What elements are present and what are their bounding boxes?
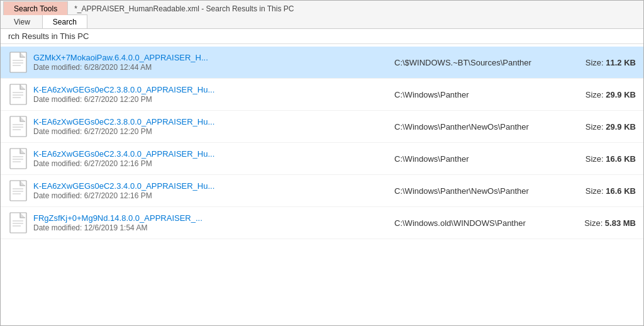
- file-size: Size: 29.9 KB: [560, 90, 636, 99]
- window-title: *_APPRAISER_HumanReadable.xml - Search R…: [74, 4, 294, 13]
- file-info: K-EA6zXwGEGs0eC2.3.8.0.0_APPRAISER_Hu...…: [33, 117, 384, 136]
- svg-rect-8: [10, 116, 26, 137]
- file-icon: [8, 147, 28, 171]
- table-row[interactable]: K-EA6zXwGEGs0eC2.3.8.0.0_APPRAISER_Hu...…: [1, 111, 643, 143]
- file-name[interactable]: FRgZsfKj+0+Mg9Nd.14.8.0.0_APPRAISER_...: [33, 213, 260, 223]
- file-date: Date modified: 6/27/2020 12:16 PM: [33, 191, 152, 200]
- file-name[interactable]: K-EA6zXwGEGs0eC2.3.8.0.0_APPRAISER_Hu...: [33, 117, 260, 126]
- file-info: K-EA6zXwGEGs0eC2.3.4.0.0_APPRAISER_Hu...…: [33, 149, 384, 168]
- file-info: K-EA6zXwGEGs0eC2.3.8.0.0_APPRAISER_Hu...…: [33, 85, 384, 104]
- file-date: Date modified: 6/27/2020 12:16 PM: [33, 159, 152, 168]
- ribbon: Search Tools *_APPRAISER_HumanReadable.x…: [1, 1, 643, 29]
- sub-tab-row: View Search: [1, 14, 643, 28]
- file-name[interactable]: GZMkX+7MokaoiPaw.6.4.0.0_APPRAISER_H...: [33, 53, 260, 62]
- svg-rect-4: [10, 84, 26, 104]
- table-row[interactable]: K-EA6zXwGEGs0eC2.3.8.0.0_APPRAISER_Hu...…: [1, 79, 643, 111]
- svg-rect-16: [10, 181, 26, 201]
- tab-search[interactable]: Search: [42, 14, 87, 28]
- file-path: C:\Windows\Panther: [384, 90, 560, 99]
- svg-rect-12: [10, 149, 26, 169]
- file-icon: [8, 211, 28, 235]
- file-name[interactable]: K-EA6zXwGEGs0eC2.3.8.0.0_APPRAISER_Hu...: [33, 85, 260, 94]
- file-size: Size: 16.6 KB: [560, 154, 636, 164]
- file-path: C:\Windows\Panther\NewOs\Panther: [384, 186, 560, 196]
- file-size: Size: 16.6 KB: [560, 186, 636, 196]
- file-info: GZMkX+7MokaoiPaw.6.4.0.0_APPRAISER_H... …: [33, 53, 384, 72]
- file-icon: [8, 50, 28, 74]
- file-size: Size: 11.2 KB: [560, 58, 636, 67]
- breadcrumb: rch Results in This PC: [1, 29, 643, 44]
- table-row[interactable]: K-EA6zXwGEGs0eC2.3.4.0.0_APPRAISER_Hu...…: [1, 143, 643, 175]
- file-date: Date modified: 12/6/2019 1:54 AM: [33, 223, 147, 232]
- file-info: FRgZsfKj+0+Mg9Nd.14.8.0.0_APPRAISER_... …: [33, 213, 384, 232]
- file-icon: [8, 82, 28, 106]
- file-icon: [8, 115, 28, 138]
- file-list[interactable]: GZMkX+7MokaoiPaw.6.4.0.0_APPRAISER_H... …: [1, 44, 643, 325]
- file-name[interactable]: K-EA6zXwGEGs0eC2.3.4.0.0_APPRAISER_Hu...: [33, 149, 260, 159]
- file-icon: [8, 179, 28, 203]
- file-date: Date modified: 6/27/2020 12:20 PM: [33, 127, 152, 136]
- file-path: C:\Windows\Panther: [384, 154, 560, 164]
- file-path: C:\$WINDOWS.~BT\Sources\Panther: [384, 58, 560, 67]
- file-date: Date modified: 6/28/2020 12:44 AM: [33, 63, 152, 72]
- file-info: K-EA6zXwGEGs0eC2.3.4.0.0_APPRAISER_Hu...…: [33, 181, 384, 200]
- table-row[interactable]: GZMkX+7MokaoiPaw.6.4.0.0_APPRAISER_H... …: [1, 47, 643, 79]
- tab-view[interactable]: View: [3, 14, 41, 28]
- file-date: Date modified: 6/27/2020 12:20 PM: [33, 95, 152, 104]
- table-row[interactable]: FRgZsfKj+0+Mg9Nd.14.8.0.0_APPRAISER_... …: [1, 207, 643, 239]
- svg-rect-20: [10, 213, 26, 233]
- explorer-window: Search Tools *_APPRAISER_HumanReadable.x…: [0, 0, 644, 326]
- tab-row: Search Tools *_APPRAISER_HumanReadable.x…: [1, 1, 643, 14]
- file-size: Size: 5.83 MB: [560, 218, 636, 228]
- file-path: C:\Windows.old\WINDOWS\Panther: [384, 218, 560, 228]
- file-name[interactable]: K-EA6zXwGEGs0eC2.3.4.0.0_APPRAISER_Hu...: [33, 181, 260, 191]
- svg-rect-0: [10, 52, 26, 72]
- breadcrumb-text: rch Results in This PC: [8, 31, 89, 41]
- table-row[interactable]: K-EA6zXwGEGs0eC2.3.4.0.0_APPRAISER_Hu...…: [1, 175, 643, 207]
- file-size: Size: 29.9 KB: [560, 122, 636, 132]
- file-path: C:\Windows\Panther\NewOs\Panther: [384, 122, 560, 132]
- tab-search-tools[interactable]: Search Tools: [3, 1, 68, 15]
